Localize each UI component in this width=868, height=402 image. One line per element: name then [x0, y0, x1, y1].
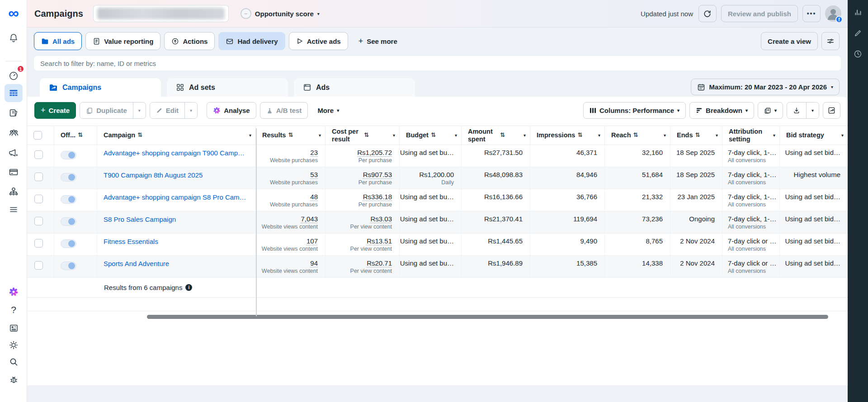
- business-news-icon[interactable]: [5, 319, 23, 337]
- column-header-off[interactable]: Off...⇅: [54, 126, 97, 145]
- column-header-cost-per-result[interactable]: Cost per result⇅▾: [326, 126, 400, 145]
- results-value[interactable]: 107: [307, 237, 318, 245]
- chevron-down-icon[interactable]: ▾: [455, 133, 457, 138]
- charts-bar-icon[interactable]: [852, 6, 864, 18]
- results-value[interactable]: 23: [310, 148, 318, 157]
- avatar[interactable]: f: [825, 5, 841, 22]
- campaign-toggle[interactable]: [61, 151, 76, 159]
- sort-icon[interactable]: ⇅: [695, 132, 700, 139]
- sort-icon[interactable]: ⇅: [431, 132, 436, 139]
- cost-value[interactable]: Rs13.51: [367, 237, 392, 245]
- chevron-down-icon[interactable]: ▾: [841, 133, 844, 138]
- filter-pill-value-reporting[interactable]: Value reporting: [85, 32, 160, 50]
- row-checkbox[interactable]: [34, 150, 43, 159]
- create-a-view-button[interactable]: Create a view: [761, 32, 818, 50]
- view-settings-button[interactable]: [821, 32, 840, 50]
- column-header-reach[interactable]: Reach⇅▾: [605, 126, 670, 145]
- column-header-budget[interactable]: Budget⇅▾: [400, 126, 462, 145]
- tab-campaigns[interactable]: Campaigns: [40, 78, 161, 97]
- row-checkbox[interactable]: [34, 261, 43, 270]
- analyse-button[interactable]: Analyse: [207, 102, 256, 119]
- breakdown-button[interactable]: Breakdown ▾: [689, 102, 754, 119]
- column-header-attribution-setting[interactable]: Attribution setting▾: [722, 126, 780, 145]
- all-tools-menu-icon[interactable]: [5, 201, 23, 219]
- filter-pill-all-ads[interactable]: All ads: [34, 32, 82, 50]
- edit-button[interactable]: Edit: [150, 103, 184, 118]
- search-magnifier-icon[interactable]: [5, 353, 23, 371]
- column-header-impressions[interactable]: Impressions⇅▾: [530, 126, 605, 145]
- reports-button[interactable]: ▾: [758, 102, 783, 119]
- business-assets-icon[interactable]: [5, 182, 23, 201]
- refresh-button[interactable]: [698, 5, 717, 22]
- campaign-link[interactable]: Fitness Essentials: [104, 238, 158, 245]
- review-and-publish-button[interactable]: Review and publish: [721, 5, 798, 22]
- sort-icon[interactable]: ⇅: [577, 132, 582, 139]
- history-clock-icon[interactable]: [852, 48, 864, 60]
- chevron-down-icon[interactable]: ▾: [319, 133, 321, 138]
- ads-reporting-pages-icon[interactable]: [5, 104, 23, 122]
- settings-gear-icon[interactable]: [5, 336, 23, 354]
- results-value[interactable]: 48: [310, 192, 318, 201]
- row-checkbox[interactable]: [34, 217, 43, 225]
- campaigns-table-icon[interactable]: [5, 84, 23, 102]
- horizontal-scrollbar[interactable]: [147, 315, 828, 319]
- sort-icon[interactable]: ⇅: [500, 132, 505, 139]
- create-button[interactable]: + Create: [34, 102, 76, 119]
- chevron-down-icon[interactable]: ▾: [524, 133, 526, 138]
- report-bug-icon[interactable]: [5, 370, 23, 388]
- chevron-down-icon[interactable]: ▾: [598, 133, 600, 138]
- date-range-selector[interactable]: Maximum: 20 Mar 2023 - 20 Apr 2026 ▾: [691, 79, 840, 95]
- campaign-link[interactable]: S8 Pro Sales Campaign: [104, 215, 176, 223]
- chevron-down-icon[interactable]: ▾: [716, 133, 718, 138]
- row-checkbox[interactable]: [34, 195, 43, 203]
- filter-pill-had-delivery[interactable]: Had delivery: [218, 32, 285, 50]
- row-checkbox[interactable]: [34, 173, 43, 181]
- campaign-toggle[interactable]: [61, 262, 76, 270]
- chevron-down-icon[interactable]: ▾: [773, 133, 775, 138]
- sort-icon[interactable]: ⇅: [364, 132, 369, 139]
- export-caret-button[interactable]: ▾: [806, 103, 819, 118]
- filter-pill-active-ads[interactable]: Active ads: [289, 32, 348, 50]
- meta-logo[interactable]: ∞: [5, 4, 23, 22]
- info-icon[interactable]: i: [185, 284, 192, 291]
- column-header-bid-strategy[interactable]: Bid strategy▾: [780, 126, 848, 145]
- columns-button[interactable]: Columns: Performance ▾: [583, 102, 686, 119]
- duplicate-button[interactable]: Duplicate: [80, 103, 133, 118]
- sort-icon[interactable]: ⇅: [288, 132, 293, 139]
- column-resize-divider[interactable]: [256, 128, 257, 316]
- results-value[interactable]: 7,043: [301, 215, 318, 223]
- cost-value[interactable]: Rs20.71: [367, 259, 392, 267]
- cost-value[interactable]: Rs336.18: [363, 192, 392, 201]
- column-header-amount-spent[interactable]: Amount spent⇅▾: [462, 126, 530, 145]
- billing-card-icon[interactable]: [5, 163, 23, 181]
- tab-ad-sets[interactable]: Ad sets: [167, 78, 288, 97]
- audiences-people-icon[interactable]: [5, 124, 23, 142]
- cost-value[interactable]: Rs3.03: [370, 215, 392, 223]
- ab-test-button[interactable]: A/B test: [260, 102, 308, 119]
- see-more-button[interactable]: + See more: [352, 32, 404, 50]
- select-all-checkbox[interactable]: [33, 131, 42, 140]
- campaign-link[interactable]: T900 Campaign 8th August 2025: [104, 171, 203, 179]
- campaign-link[interactable]: Sports And Adventure: [104, 260, 169, 267]
- sort-icon[interactable]: ⇅: [78, 132, 83, 139]
- column-header-ends[interactable]: Ends⇅▾: [670, 126, 722, 145]
- results-value[interactable]: 94: [310, 259, 318, 267]
- meta-ai-flower-icon[interactable]: [5, 283, 23, 301]
- tab-ads[interactable]: Ads: [294, 78, 415, 97]
- campaign-toggle[interactable]: [61, 173, 76, 182]
- account-overview-gauge-icon[interactable]: 1: [5, 67, 23, 85]
- account-selector[interactable]: [93, 5, 229, 22]
- campaign-toggle[interactable]: [61, 239, 76, 248]
- chevron-down-icon[interactable]: ▾: [664, 133, 666, 138]
- results-value[interactable]: 53: [310, 170, 318, 179]
- more-button[interactable]: More ▾: [311, 102, 345, 119]
- ads-megaphone-icon[interactable]: [5, 144, 23, 162]
- column-header-campaign[interactable]: Campaign⇅▾: [97, 126, 256, 145]
- chevron-down-icon[interactable]: ▾: [249, 133, 251, 138]
- edit-pencil-icon[interactable]: [852, 27, 864, 39]
- edit-caret-button[interactable]: ▾: [184, 103, 197, 118]
- filter-pill-actions[interactable]: Actions: [164, 32, 215, 50]
- cost-value[interactable]: Rs1,205.72: [357, 148, 392, 157]
- table-search-bar[interactable]: [34, 56, 841, 70]
- export-button[interactable]: [787, 103, 806, 118]
